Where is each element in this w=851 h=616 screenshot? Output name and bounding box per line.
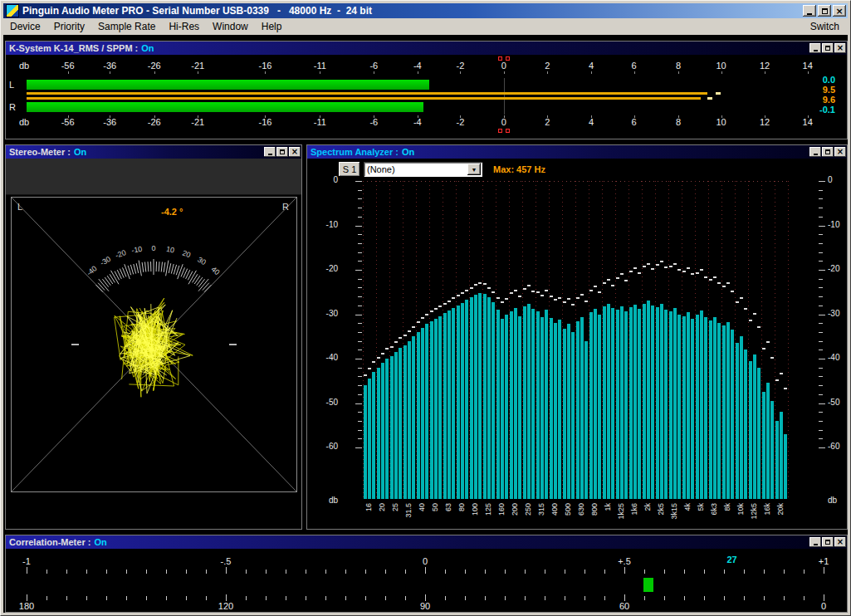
sp-band-label: 400 [551,503,559,516]
gonio-fan-tick [159,262,159,271]
spectrum-peak-dot [438,306,442,307]
k-scale-tick [320,115,320,118]
spectrum-weighting-dropdown[interactable]: (None) ▼ [364,162,482,177]
spectrum-bar [487,297,491,499]
spectrum-bar [598,315,601,500]
spectrum-peak-dot [563,301,566,303]
k-scale-label: 10 [716,118,726,127]
spectrum-bar [691,319,694,499]
k-scale-tick [110,115,110,118]
k-zero-line [504,78,505,115]
correlation-titlebar[interactable]: Correlation-Meter : On × [6,535,847,549]
stereo-meter-minimize-button[interactable] [264,147,276,157]
corr-tick-bottom [704,596,705,600]
stereo-meter-maximize-button[interactable] [276,147,288,157]
spectrum-bar [749,361,752,499]
corr-tick-top [465,570,466,574]
spectrum-bar [523,306,526,499]
menu-item-priority[interactable]: Priority [47,18,91,35]
corr-tick-bottom [266,596,267,600]
k-system-state: On [141,43,154,53]
spectrum-peak-dot [766,341,770,343]
k-system-titlebar[interactable]: K-System K-14_RMS / SPPM : On × [6,42,847,55]
spectrum-bar [700,310,703,499]
close-button[interactable]: × [833,5,846,17]
spectrum-bar [775,421,779,499]
correlation-close-button[interactable]: × [834,537,846,547]
sp-axis-tick [358,412,362,413]
gonio-fan-label: -10 [131,245,144,255]
spectrum-peak-dot [368,368,371,369]
title-bar[interactable]: Pinguin Audio Meter PRO - Serial Number … [3,3,848,18]
correlation-maximize-button[interactable] [822,537,834,547]
maximize-button[interactable] [818,5,831,17]
sp-axis-tick [358,261,362,262]
corr-tick-top [266,570,267,574]
k-scale-label: -56 [61,118,75,127]
menu-item-hi-res[interactable]: Hi-Res [162,18,206,35]
k-scale-label: 8 [676,118,681,127]
spectrum-peak-dot [571,304,575,306]
sp-axis-tick [819,447,825,448]
close-icon: × [837,538,844,546]
spectrum-content: S 1 (None) ▼ Max: 457 Hz 00-10-10-20-20-… [307,159,847,529]
k-scale-label: 2 [545,118,550,127]
k-system-close-button[interactable]: × [834,43,846,53]
spectrum-maximize-button[interactable] [822,147,834,157]
k-scale-tick [547,71,548,74]
sp-band-label: 2k5 [658,503,665,516]
sp-db-label-right: 0 [828,176,851,184]
correlation-minimize-button[interactable] [809,537,821,547]
spectrum-bar [408,341,411,499]
spectrum-peak-dot [629,271,633,272]
k-system-maximize-button[interactable] [822,43,834,53]
maximize-icon [822,8,828,14]
k-scale-label: -56 [61,61,75,71]
gonio-fan-tick [198,279,204,287]
spectrum-peak-dot [487,287,491,289]
gonio-fan-label: 30 [196,256,208,267]
spectrum-bar [677,315,681,500]
spectrum-bar [611,308,614,499]
sp-axis-tick [358,306,362,306]
corr-tick-bottom [146,596,147,600]
spectrum-bar [550,318,553,499]
spectrum-close-button[interactable]: × [834,147,846,157]
k-scale-tick [374,71,374,74]
menu-item-help[interactable]: Help [255,18,289,35]
corr-tick-bottom [27,594,27,601]
menu-item-window[interactable]: Window [206,18,255,35]
spectrum-bar [483,294,487,499]
corr-scale-label-top: -.5 [221,557,232,566]
stereo-meter-titlebar[interactable]: Stereo-Meter : On × [6,145,301,159]
spectrum-peak-dot [731,291,734,292]
corr-tick-bottom [764,596,765,600]
panel-stereo-meter: Stereo-Meter : On × -40-30-20-1001020304… [5,144,302,530]
chevron-down-icon[interactable]: ▼ [467,164,481,175]
spectrum-bar [616,310,619,499]
spectrum-peak-dot [700,269,703,271]
gonio-fan-tick [176,266,179,275]
spectrum-titlebar[interactable]: Spectrum Analyzer : On × [307,145,847,159]
k-over-marker [498,129,502,133]
spectrum-peak-dot [377,357,380,359]
corr-tick-top [604,570,605,574]
stereo-meter-close-button[interactable]: × [289,147,301,157]
dropdown-selected-value: (None) [364,164,467,174]
spectrum-s1-button[interactable]: S 1 [339,162,360,177]
app-window: Pinguin Audio Meter PRO - Serial Number … [0,0,851,616]
corr-tick-top [86,570,87,574]
k-system-minimize-button[interactable] [809,43,821,53]
spectrum-peak-dot [478,282,482,284]
spectrum-minimize-button[interactable] [809,147,821,157]
corr-tick-top [644,570,645,574]
sp-axis-tick [819,296,823,297]
menu-item-device[interactable]: Device [3,18,47,35]
menu-item-sample-rate[interactable]: Sample Rate [91,18,162,35]
minimize-button[interactable] [803,5,816,17]
k-scale-tick [808,115,809,118]
k-numeric-readout: 9.5 [802,86,835,95]
scope-right-label: R [282,202,289,212]
k-over-marker [506,56,510,61]
menu-item-switch[interactable]: Switch [802,18,848,35]
